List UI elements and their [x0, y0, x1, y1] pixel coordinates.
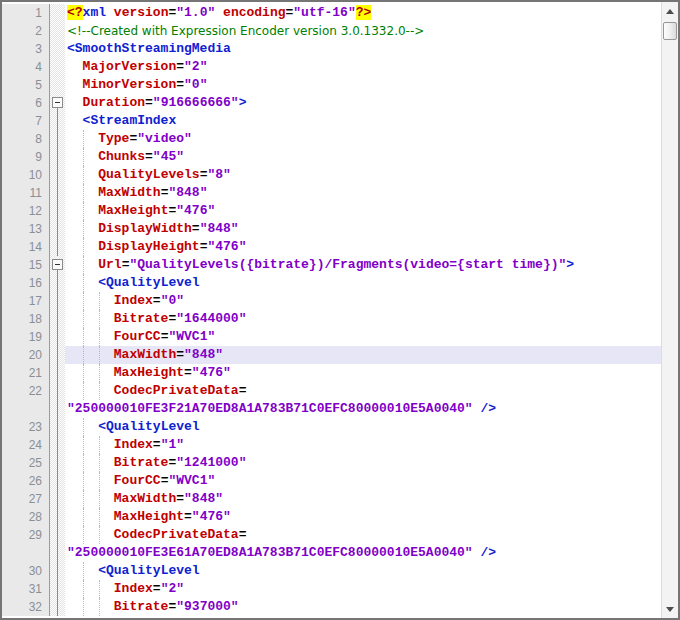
line-number[interactable]: 11	[2, 184, 50, 202]
code-line-text[interactable]: Bitrate="937000"	[65, 598, 661, 616]
line-number[interactable]: 28	[2, 508, 50, 526]
line-number[interactable]: 20	[2, 346, 50, 364]
line-number[interactable]: 21	[2, 364, 50, 382]
code-line[interactable]: "250000010FE3F21A70ED8A1A783B71C0EFC8000…	[2, 400, 661, 418]
code-line-text[interactable]: "250000010FE3E61A70ED8A1A783B71C0EFC8000…	[65, 544, 661, 562]
code-line[interactable]: 27 MaxWidth="848"	[2, 490, 661, 508]
code-line-text[interactable]: Index="2"	[65, 580, 661, 598]
code-line[interactable]: 29 CodecPrivateData=	[2, 526, 661, 544]
code-line[interactable]: 3<SmoothStreamingMedia	[2, 40, 661, 58]
line-number[interactable]: 14	[2, 238, 50, 256]
line-number[interactable]: 25	[2, 454, 50, 472]
line-number[interactable]: 16	[2, 274, 50, 292]
line-number[interactable]: 4	[2, 58, 50, 76]
code-line[interactable]: 24 Index="1"	[2, 436, 661, 454]
fold-collapse-button[interactable]	[52, 259, 63, 270]
line-number[interactable]: 8	[2, 130, 50, 148]
scroll-up-button[interactable]	[662, 3, 678, 19]
line-number[interactable]: 30	[2, 562, 50, 580]
code-line[interactable]: 5 MinorVersion="0"	[2, 76, 661, 94]
code-line[interactable]: 26 FourCC="WVC1"	[2, 472, 661, 490]
line-number[interactable]: 24	[2, 436, 50, 454]
code-line-text[interactable]: MaxHeight="476"	[65, 202, 661, 220]
code-line-text[interactable]: Bitrate="1644000"	[65, 310, 661, 328]
scrollbar-thumb[interactable]	[663, 22, 677, 40]
code-line[interactable]: 10 QualityLevels="8"	[2, 166, 661, 184]
line-number[interactable]: 18	[2, 310, 50, 328]
code-line-text[interactable]: Index="1"	[65, 436, 661, 454]
code-line-text[interactable]: MaxWidth="848"	[65, 490, 661, 508]
scroll-down-button[interactable]	[662, 601, 678, 617]
code-line[interactable]: 16 <QualityLevel	[2, 274, 661, 292]
code-line-text[interactable]: <StreamIndex	[65, 112, 661, 130]
code-line-text[interactable]: Type="video"	[65, 130, 661, 148]
code-line-text[interactable]: MaxWidth="848"	[65, 184, 661, 202]
code-line-text[interactable]: <QualityLevel	[65, 418, 661, 436]
line-number[interactable]: 32	[2, 598, 50, 616]
code-line[interactable]: 7 <StreamIndex	[2, 112, 661, 130]
code-line-text[interactable]: Chunks="45"	[65, 148, 661, 166]
line-number[interactable]: 22	[2, 382, 50, 400]
code-line-text[interactable]: MaxHeight="476"	[65, 508, 661, 526]
code-line-text[interactable]: DisplayHeight="476"	[65, 238, 661, 256]
code-line-text[interactable]: <!--Created with Expression Encoder vers…	[65, 22, 661, 40]
code-line-text[interactable]: MaxHeight="476"	[65, 364, 661, 382]
code-line[interactable]: 13 DisplayWidth="848"	[2, 220, 661, 238]
line-number[interactable]: 23	[2, 418, 50, 436]
code-line[interactable]: 17 Index="0"	[2, 292, 661, 310]
code-line[interactable]: 12 MaxHeight="476"	[2, 202, 661, 220]
code-line-text[interactable]: Bitrate="1241000"	[65, 454, 661, 472]
code-line[interactable]: 32 Bitrate="937000"	[2, 598, 661, 616]
code-line[interactable]: 6 Duration="916666666">	[2, 94, 661, 112]
code-line[interactable]: 14 DisplayHeight="476"	[2, 238, 661, 256]
code-line-text[interactable]: CodecPrivateData=	[65, 382, 661, 400]
code-line-text[interactable]: FourCC="WVC1"	[65, 328, 661, 346]
line-number[interactable]: 9	[2, 148, 50, 166]
code-line[interactable]: 19 FourCC="WVC1"	[2, 328, 661, 346]
code-line-text[interactable]: MaxWidth="848"	[65, 346, 661, 364]
line-number[interactable]: 31	[2, 580, 50, 598]
line-number[interactable]: 29	[2, 526, 50, 544]
line-number[interactable]: 26	[2, 472, 50, 490]
line-number[interactable]: 27	[2, 490, 50, 508]
line-number[interactable]: 17	[2, 292, 50, 310]
line-number[interactable]	[2, 400, 50, 418]
code-line-text[interactable]: Duration="916666666">	[65, 94, 661, 112]
fold-collapse-button[interactable]	[52, 97, 63, 108]
line-number[interactable]: 5	[2, 76, 50, 94]
line-number[interactable]: 1	[2, 4, 50, 22]
code-line-text[interactable]: "250000010FE3F21A70ED8A1A783B71C0EFC8000…	[65, 400, 661, 418]
code-line-text[interactable]: <QualityLevel	[65, 274, 661, 292]
code-line[interactable]: 28 MaxHeight="476"	[2, 508, 661, 526]
line-number[interactable]: 3	[2, 40, 50, 58]
code-line[interactable]: 18 Bitrate="1644000"	[2, 310, 661, 328]
code-line-current[interactable]: 20 MaxWidth="848"	[2, 346, 661, 364]
vertical-scrollbar[interactable]	[661, 2, 678, 618]
code-line-text[interactable]: <SmoothStreamingMedia	[65, 40, 661, 58]
line-number[interactable]: 19	[2, 328, 50, 346]
code-line[interactable]: 31 Index="2"	[2, 580, 661, 598]
code-line[interactable]: 4 MajorVersion="2"	[2, 58, 661, 76]
code-line[interactable]: 2<!--Created with Expression Encoder ver…	[2, 22, 661, 40]
code-line-text[interactable]: <QualityLevel	[65, 562, 661, 580]
code-line[interactable]: 11 MaxWidth="848"	[2, 184, 661, 202]
code-area[interactable]: 1<?xml version="1.0" encoding="utf-16"?>…	[2, 2, 661, 618]
code-line[interactable]: 30 <QualityLevel	[2, 562, 661, 580]
code-line-text[interactable]: DisplayWidth="848"	[65, 220, 661, 238]
line-number[interactable]: 2	[2, 22, 50, 40]
line-number[interactable]: 15	[2, 256, 50, 274]
code-line[interactable]: 23 <QualityLevel	[2, 418, 661, 436]
code-line[interactable]: 22 CodecPrivateData=	[2, 382, 661, 400]
code-line[interactable]: 1<?xml version="1.0" encoding="utf-16"?>	[2, 4, 661, 22]
code-line-text[interactable]: QualityLevels="8"	[65, 166, 661, 184]
line-number[interactable]: 10	[2, 166, 50, 184]
code-line-text[interactable]: MinorVersion="0"	[65, 76, 661, 94]
code-line[interactable]: 15 Url="QualityLevels({bitrate})/Fragmen…	[2, 256, 661, 274]
line-number[interactable]: 13	[2, 220, 50, 238]
code-line[interactable]: 9 Chunks="45"	[2, 148, 661, 166]
code-line[interactable]: 21 MaxHeight="476"	[2, 364, 661, 382]
code-line-text[interactable]: FourCC="WVC1"	[65, 472, 661, 490]
line-number[interactable]: 7	[2, 112, 50, 130]
code-line-text[interactable]: Url="QualityLevels({bitrate})/Fragments(…	[65, 256, 661, 274]
line-number[interactable]: 12	[2, 202, 50, 220]
